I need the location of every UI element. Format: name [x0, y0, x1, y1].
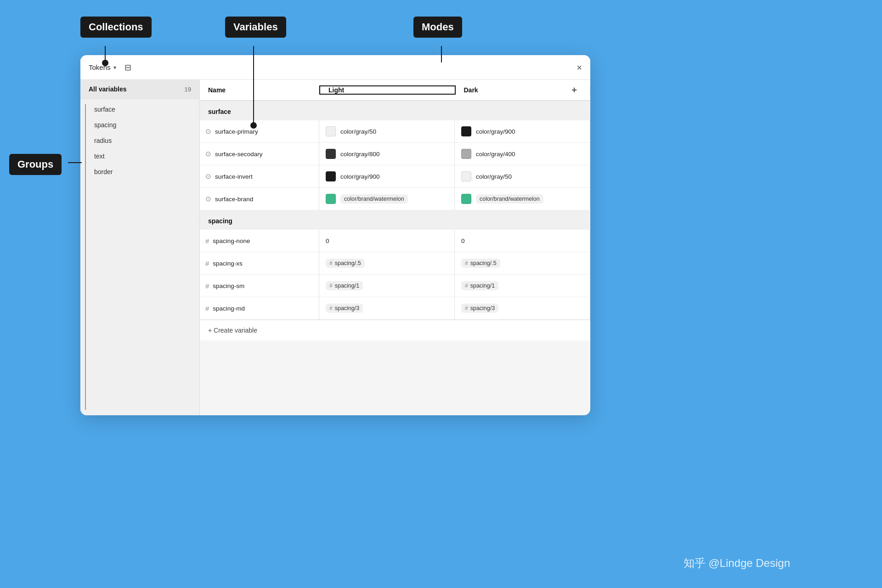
table-row: # spacing-sm #spacing/1 #spacing/1	[200, 275, 590, 297]
create-variable-row[interactable]: + Create variable	[200, 320, 590, 340]
group-header-surface: surface	[200, 101, 590, 120]
color-swatch-dark	[461, 149, 471, 159]
groups-annotation: Groups	[9, 154, 62, 175]
var-light-value-chip: #spacing/1	[326, 281, 363, 290]
sidebar: All variables 19 surface spacing radius …	[80, 80, 200, 415]
var-dark-value-chip: #spacing/3	[461, 304, 498, 313]
var-name-text: spacing-md	[213, 305, 245, 312]
variables-annotation: Variables	[225, 17, 286, 38]
all-variables-label: All variables	[89, 85, 127, 93]
variables-dot	[250, 122, 257, 129]
sidebar-item-text[interactable]: text	[80, 148, 199, 164]
main-content: Name Light Dark + surface ⊙	[200, 80, 590, 415]
var-name-text: spacing-xs	[213, 260, 243, 267]
groups-line-h	[68, 162, 82, 163]
add-mode-button[interactable]: +	[567, 85, 582, 96]
color-type-icon: ⊙	[205, 172, 211, 181]
title-chevron: ▾	[113, 64, 116, 71]
modal-header: Tokens ▾ ⊟ ×	[80, 55, 590, 80]
variables-line	[253, 46, 254, 124]
var-light-value: color/gray/50	[340, 128, 376, 135]
var-name-cell-spacing-sm: # spacing-sm	[200, 275, 319, 297]
var-name-cell-surface-brand: ⊙ surface-brand	[200, 188, 319, 210]
modes-annotation: Modes	[413, 17, 462, 38]
number-type-icon: #	[205, 260, 209, 267]
color-swatch-light	[326, 194, 336, 204]
var-dark-cell-spacing-none: 0	[455, 230, 590, 252]
var-dark-cell-surface-brand: color/brand/watermelon	[455, 188, 590, 210]
number-type-icon: #	[205, 237, 209, 245]
column-headers: Name Light Dark +	[200, 80, 590, 101]
col-name-header: Name	[200, 86, 319, 94]
table-row: # spacing-xs #spacing/.5 #spacing/.5	[200, 252, 590, 275]
sidebar-groups: surface spacing radius text border	[80, 99, 199, 415]
number-type-icon: #	[205, 282, 209, 290]
var-dark-cell-surface-invert: color/gray/50	[455, 165, 590, 187]
table-row: ⊙ surface-secodary color/gray/800 color/…	[200, 143, 590, 165]
var-light-cell-spacing-none: 0	[319, 230, 455, 252]
color-swatch-light	[326, 171, 336, 181]
var-name-cell-surface-invert: ⊙ surface-invert	[200, 165, 319, 187]
modal-body: All variables 19 surface spacing radius …	[80, 80, 590, 415]
var-dark-value: color/gray/900	[476, 128, 515, 135]
var-light-value: 0	[326, 237, 329, 244]
var-name-cell-surface-primary: ⊙ surface-primary	[200, 120, 319, 142]
var-dark-cell-surface-secodary: color/gray/400	[455, 143, 590, 165]
collections-dot	[102, 60, 108, 66]
var-light-value: color/gray/800	[340, 151, 380, 158]
dark-label: Dark	[464, 86, 478, 94]
var-dark-value-chip: #spacing/.5	[461, 259, 500, 268]
var-name-cell-surface-secodary: ⊙ surface-secodary	[200, 143, 319, 165]
group-name-spacing: spacing	[208, 217, 232, 225]
col-dark-header: Dark +	[456, 85, 591, 96]
sidebar-item-surface[interactable]: surface	[80, 102, 199, 117]
create-variable-label: + Create variable	[208, 327, 257, 334]
table-row: # spacing-md #spacing/3 #spacing/3	[200, 297, 590, 320]
color-type-icon: ⊙	[205, 150, 211, 158]
group-header-spacing: spacing	[200, 210, 590, 230]
color-swatch-light	[326, 149, 336, 159]
chip-hash: #	[465, 283, 468, 289]
var-name-text: surface-primary	[215, 128, 258, 135]
chip-hash: #	[465, 260, 468, 266]
var-light-value-chip: #spacing/.5	[326, 259, 365, 268]
table-row: # spacing-none 0 0	[200, 230, 590, 252]
var-name-text: surface-brand	[215, 196, 253, 203]
table-row: ⊙ surface-invert color/gray/900 color/gr…	[200, 165, 590, 188]
sidebar-item-spacing[interactable]: spacing	[80, 117, 199, 133]
var-light-cell-surface-brand: color/brand/watermelon	[319, 188, 455, 210]
var-name-text: spacing-none	[213, 237, 250, 244]
var-dark-value: 0	[461, 237, 465, 244]
var-light-value-chip: #spacing/3	[326, 304, 363, 313]
var-name-cell-spacing-none: # spacing-none	[200, 230, 319, 252]
var-dark-cell-spacing-md: #spacing/3	[455, 297, 590, 319]
var-light-cell-surface-primary: color/gray/50	[319, 120, 455, 142]
sidebar-item-border[interactable]: border	[80, 164, 199, 180]
table-row: ⊙ surface-brand color/brand/watermelon c…	[200, 188, 590, 210]
all-variables-count: 19	[185, 86, 191, 93]
close-button[interactable]: ×	[577, 63, 582, 72]
col-light-header: Light	[319, 85, 456, 95]
var-dark-value: color/gray/400	[476, 151, 515, 158]
layout-icon[interactable]: ⊟	[124, 62, 131, 73]
modes-line	[441, 46, 442, 62]
var-dark-value-chip: #spacing/1	[461, 281, 498, 290]
group-bracket	[85, 104, 86, 410]
variables-modal: Tokens ▾ ⊟ × All variables 19 surface sp…	[80, 55, 590, 415]
variables-list: surface ⊙ surface-primary color/gray/50 …	[200, 101, 590, 415]
var-dark-value-chip: color/brand/watermelon	[476, 194, 543, 204]
watermark: 知乎 @Lindge Design	[684, 556, 790, 571]
all-variables-row[interactable]: All variables 19	[80, 80, 199, 99]
var-dark-cell-spacing-sm: #spacing/1	[455, 275, 590, 297]
var-light-cell-spacing-sm: #spacing/1	[319, 275, 455, 297]
color-swatch-dark	[461, 171, 471, 181]
var-dark-cell-surface-primary: color/gray/900	[455, 120, 590, 142]
chip-hash: #	[329, 305, 333, 311]
color-swatch-light	[326, 126, 336, 136]
var-light-value-chip: color/brand/watermelon	[340, 194, 408, 204]
group-name-surface: surface	[208, 108, 231, 115]
var-name-cell-spacing-md: # spacing-md	[200, 297, 319, 319]
var-name-text: spacing-sm	[213, 283, 244, 289]
sidebar-item-radius[interactable]: radius	[80, 133, 199, 148]
color-swatch-dark	[461, 194, 471, 204]
